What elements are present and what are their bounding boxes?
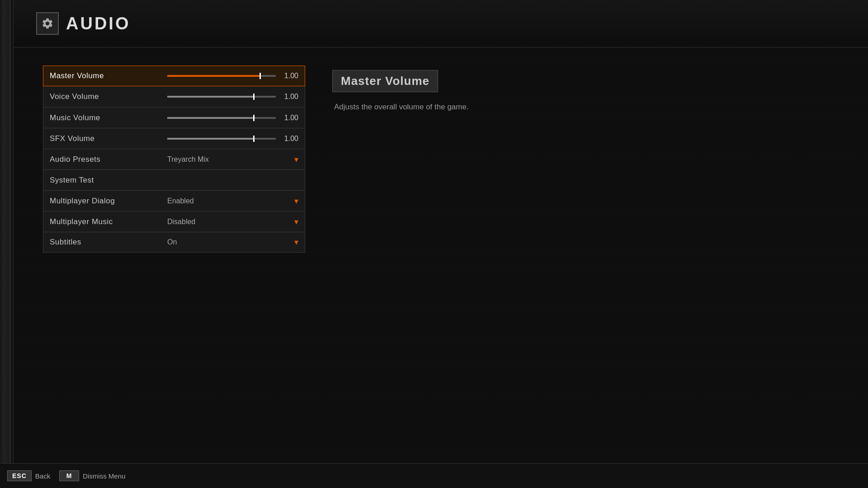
key-cap-m: M bbox=[59, 470, 79, 481]
slider-thumb-sfx-volume bbox=[253, 136, 255, 142]
setting-label-voice-volume: Voice Volume bbox=[50, 92, 167, 101]
info-panel: Master Volume Adjusts the overall volume… bbox=[332, 66, 868, 463]
setting-row-subtitles[interactable]: SubtitlesOn▾ bbox=[43, 232, 305, 253]
header: AUDIO bbox=[14, 0, 868, 47]
slider-container-voice-volume: 1.00 bbox=[167, 93, 298, 101]
dropdown-container-subtitles: On▾ bbox=[167, 237, 298, 247]
setting-label-sfx-volume: SFX Volume bbox=[50, 134, 167, 143]
bottom-bar: ESCBackMDismiss Menu bbox=[0, 463, 868, 488]
chevron-down-icon-multiplayer-dialog: ▾ bbox=[294, 196, 298, 206]
slider-thumb-music-volume bbox=[253, 115, 255, 121]
setting-row-master-volume[interactable]: Master Volume1.00 bbox=[43, 66, 305, 86]
slider-container-master-volume: 1.00 bbox=[167, 72, 298, 80]
slider-value-music-volume: 1.00 bbox=[281, 114, 298, 122]
left-bar bbox=[0, 0, 14, 488]
key-label-m: Dismiss Menu bbox=[83, 472, 125, 480]
slider-value-sfx-volume: 1.00 bbox=[281, 135, 298, 143]
dropdown-value-multiplayer-music: Disabled bbox=[167, 218, 195, 226]
setting-row-sfx-volume[interactable]: SFX Volume1.00 bbox=[43, 128, 305, 149]
setting-label-multiplayer-music: Multiplayer Music bbox=[50, 217, 167, 226]
setting-label-multiplayer-dialog: Multiplayer Dialog bbox=[50, 197, 167, 206]
header-icon-box bbox=[36, 12, 59, 35]
setting-label-subtitles: Subtitles bbox=[50, 238, 167, 247]
settings-list: Master Volume1.00Voice Volume1.00Music V… bbox=[43, 66, 305, 463]
info-panel-description: Adjusts the overall volume of the game. bbox=[332, 101, 868, 113]
slider-value-master-volume: 1.00 bbox=[281, 72, 298, 80]
slider-thumb-voice-volume bbox=[253, 94, 255, 100]
main-content: Master Volume1.00Voice Volume1.00Music V… bbox=[14, 47, 868, 463]
slider-value-voice-volume: 1.00 bbox=[281, 93, 298, 101]
setting-row-system-test[interactable]: System Test bbox=[43, 169, 305, 190]
setting-row-voice-volume[interactable]: Voice Volume1.00 bbox=[43, 86, 305, 107]
setting-label-system-test: System Test bbox=[50, 176, 167, 185]
slider-fill-music-volume bbox=[167, 117, 254, 119]
slider-track-master-volume[interactable] bbox=[167, 75, 276, 77]
page-title: AUDIO bbox=[66, 14, 130, 33]
setting-row-multiplayer-dialog[interactable]: Multiplayer DialogEnabled▾ bbox=[43, 190, 305, 211]
slider-fill-sfx-volume bbox=[167, 138, 254, 140]
dropdown-value-audio-presets: Treyarch Mix bbox=[167, 155, 209, 164]
slider-track-music-volume[interactable] bbox=[167, 117, 276, 119]
setting-label-music-volume: Music Volume bbox=[50, 113, 167, 122]
setting-label-audio-presets: Audio Presets bbox=[50, 155, 167, 164]
info-panel-title: Master Volume bbox=[332, 70, 438, 92]
gear-icon bbox=[41, 17, 54, 30]
chevron-down-icon-subtitles: ▾ bbox=[294, 237, 298, 247]
dropdown-value-subtitles: On bbox=[167, 238, 177, 246]
setting-row-multiplayer-music[interactable]: Multiplayer MusicDisabled▾ bbox=[43, 211, 305, 232]
dropdown-container-multiplayer-dialog: Enabled▾ bbox=[167, 196, 298, 206]
key-button-m[interactable]: MDismiss Menu bbox=[59, 470, 125, 481]
chevron-down-icon-audio-presets: ▾ bbox=[294, 155, 298, 164]
setting-row-music-volume[interactable]: Music Volume1.00 bbox=[43, 107, 305, 128]
key-button-esc[interactable]: ESCBack bbox=[7, 470, 50, 481]
chevron-down-icon-multiplayer-music: ▾ bbox=[294, 217, 298, 227]
dropdown-value-multiplayer-dialog: Enabled bbox=[167, 197, 194, 205]
dropdown-container-multiplayer-music: Disabled▾ bbox=[167, 217, 298, 227]
left-bar-inner bbox=[2, 0, 10, 488]
slider-thumb-master-volume bbox=[259, 73, 261, 79]
key-cap-esc: ESC bbox=[7, 470, 32, 481]
slider-track-sfx-volume[interactable] bbox=[167, 138, 276, 140]
slider-track-voice-volume[interactable] bbox=[167, 96, 276, 98]
setting-label-master-volume: Master Volume bbox=[50, 71, 167, 80]
slider-fill-master-volume bbox=[167, 75, 260, 77]
slider-fill-voice-volume bbox=[167, 96, 254, 98]
dropdown-container-audio-presets: Treyarch Mix▾ bbox=[167, 155, 298, 164]
setting-row-audio-presets[interactable]: Audio PresetsTreyarch Mix▾ bbox=[43, 149, 305, 169]
key-label-esc: Back bbox=[35, 472, 50, 480]
slider-container-sfx-volume: 1.00 bbox=[167, 135, 298, 143]
slider-container-music-volume: 1.00 bbox=[167, 114, 298, 122]
